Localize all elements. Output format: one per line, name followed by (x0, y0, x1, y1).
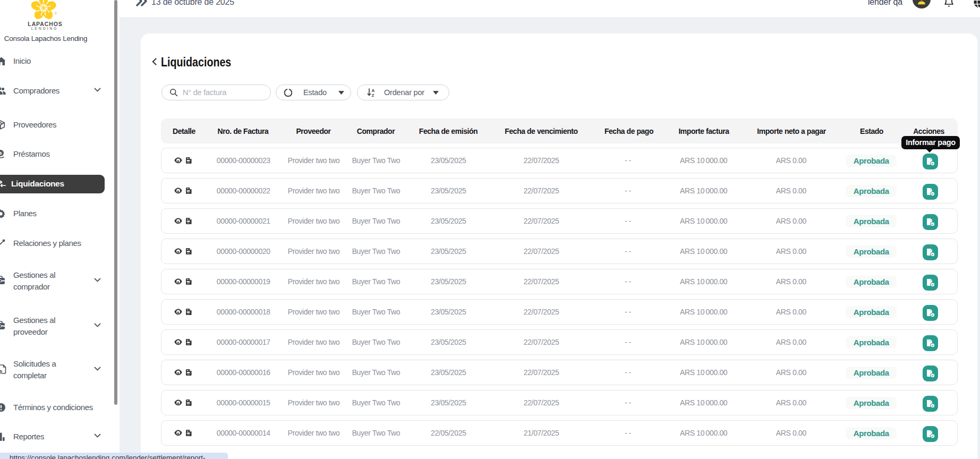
svg-text:Z: Z (372, 93, 374, 97)
svg-text:®: ® (55, 12, 57, 15)
